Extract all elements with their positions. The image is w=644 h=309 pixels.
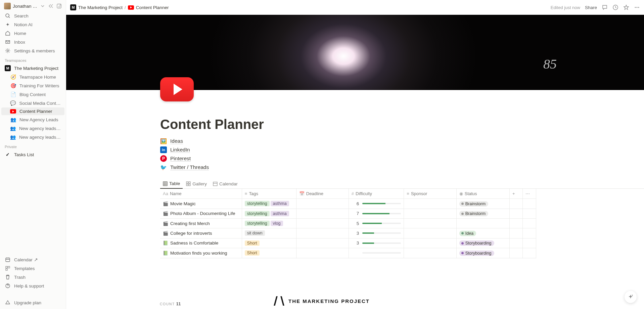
status-badge[interactable]: Storyboarding — [459, 240, 494, 246]
difficulty-bar — [362, 242, 401, 244]
table-row[interactable]: 🎬Movie Magicstorytellingasthma6Brainstor… — [160, 199, 536, 209]
tag[interactable]: sit down — [245, 230, 265, 236]
difficulty-value: 5 — [355, 221, 359, 226]
workspace-switcher[interactable]: Jonathan N... — [1, 2, 64, 11]
page-emoji-icon: 🧭 — [10, 74, 16, 80]
table-row[interactable]: 📗Motivation finds you workingShortStoryb… — [160, 248, 536, 258]
add-column-button[interactable]: + — [510, 189, 523, 199]
new-page-icon[interactable] — [56, 3, 62, 9]
sidebar-page-3[interactable]: 💬Social Media Content — [1, 99, 64, 107]
page-icon-youtube[interactable] — [160, 77, 194, 101]
tag[interactable]: asthma — [271, 211, 289, 216]
breadcrumb-current[interactable]: Content Planner — [136, 5, 169, 10]
status-badge[interactable]: Brainstorm — [459, 201, 488, 207]
row-icon: 🎬 — [163, 221, 168, 226]
sidebar-settings[interactable]: Settings & members — [1, 46, 64, 55]
col-difficulty[interactable]: #Difficulty — [349, 189, 404, 199]
row-icon: 📗 — [163, 251, 168, 256]
sidebar-page-6[interactable]: 👥New agency leads [blog... — [1, 124, 64, 133]
sidebar-page-7[interactable]: 👥New agency leads [conte... — [1, 133, 64, 141]
page-emoji-icon: 📄 — [10, 91, 16, 97]
page-link-ideas[interactable]: 🖼️Ideas — [160, 137, 644, 145]
tag[interactable]: storytelling — [245, 201, 270, 206]
col-deadline[interactable]: 📅Deadline — [296, 189, 349, 199]
breadcrumb-parent[interactable]: The Marketing Project — [78, 5, 123, 10]
row-name: Photo Album - Documenting Life — [170, 211, 235, 216]
difficulty-value: 3 — [355, 231, 359, 236]
upgrade-icon — [5, 300, 11, 306]
col-sponsor[interactable]: ≡Sponsor — [404, 189, 456, 199]
difficulty-bar — [362, 213, 401, 214]
row-icon: 🎬 — [163, 231, 168, 236]
workspace-icon: M — [5, 65, 11, 71]
sidebar-page-5[interactable]: 👥New Agency Leads — [1, 115, 64, 124]
more-icon[interactable] — [634, 4, 640, 10]
share-button[interactable]: Share — [585, 5, 597, 10]
svg-rect-16 — [189, 184, 190, 186]
brand-logo-icon — [274, 296, 284, 306]
column-more-button[interactable]: ⋯ — [523, 189, 536, 199]
svg-rect-6 — [6, 269, 7, 270]
sidebar-page-0[interactable]: 🧭Teamspace Home — [1, 73, 64, 81]
updates-icon[interactable] — [612, 4, 618, 10]
table-row[interactable]: 🎬College for introvertssit down3Idea — [160, 228, 536, 238]
tab-gallery[interactable]: Gallery — [183, 179, 210, 188]
col-status[interactable]: ◉Status — [456, 189, 509, 199]
count-label: COUNT11 — [160, 302, 181, 306]
tab-calendar[interactable]: Calendar — [210, 179, 240, 188]
tag[interactable]: vlog — [271, 221, 283, 226]
svg-point-1 — [6, 14, 9, 17]
trash-icon — [5, 274, 11, 280]
sidebar-inbox[interactable]: Inbox — [1, 38, 64, 46]
sidebar-calendar[interactable]: Calendar ↗ — [1, 255, 64, 264]
sidebar-home[interactable]: Home — [1, 29, 64, 38]
sidebar-help[interactable]: Help & support — [1, 281, 64, 290]
status-badge[interactable]: Idea — [459, 231, 476, 236]
status-badge[interactable]: Storyboarding — [459, 251, 494, 256]
edited-label: Edited just now — [551, 5, 580, 10]
tag[interactable]: storytelling — [245, 211, 270, 216]
row-name: Motivation finds you working — [170, 251, 227, 256]
page-link-linkedin[interactable]: inLinkedIn — [160, 145, 644, 154]
tab-table[interactable]: Table — [160, 179, 183, 189]
ai-assistant-button[interactable] — [625, 291, 637, 303]
difficulty-bar — [362, 203, 401, 204]
favorite-icon[interactable] — [623, 4, 629, 10]
tag[interactable]: Short — [245, 250, 260, 256]
row-icon: 🎬 — [163, 201, 168, 206]
workspace-root[interactable]: M The Marketing Project — [1, 64, 64, 73]
sidebar-page-4[interactable]: Content Planner — [1, 107, 64, 115]
sidebar-upgrade[interactable]: Upgrade plan — [1, 298, 64, 307]
templates-icon — [5, 265, 11, 271]
page-emoji-icon: 🎯 — [10, 83, 16, 89]
tag[interactable]: storytelling — [245, 221, 270, 226]
tag[interactable]: Short — [245, 240, 260, 246]
sidebar-page-2[interactable]: 📄Blog Content — [1, 90, 64, 99]
table-row[interactable]: 🎬Photo Album - Documenting Lifestorytell… — [160, 209, 536, 219]
comments-icon[interactable] — [602, 4, 608, 10]
sidebar: Jonathan N... Search ✦ Notion AI Home In… — [0, 0, 66, 309]
table-row[interactable]: 📗Sadness is ComfortableShort3Storyboardi… — [160, 238, 536, 248]
sidebar-tasks-list[interactable]: ✓ Tasks List — [1, 150, 64, 159]
page-title[interactable]: Content Planner — [160, 117, 644, 132]
col-name[interactable]: AaName — [160, 189, 242, 199]
cover-image[interactable] — [66, 15, 644, 90]
chevron-down-icon[interactable] — [41, 4, 44, 8]
sidebar-search[interactable]: Search — [1, 11, 64, 20]
table-row[interactable]: 🎬Creating first Merchstorytellingvlog5 — [160, 219, 536, 228]
sidebar-page-1[interactable]: 🎯Training For Writers — [1, 81, 64, 90]
sidebar-templates[interactable]: Templates — [1, 264, 64, 273]
sidebar-notion-ai[interactable]: ✦ Notion AI — [1, 20, 64, 29]
svg-rect-14 — [189, 182, 190, 183]
tag[interactable]: asthma — [271, 201, 289, 206]
svg-rect-15 — [186, 184, 188, 186]
sidebar-trash[interactable]: Trash — [1, 273, 64, 281]
collapse-sidebar-icon[interactable] — [48, 4, 53, 8]
svg-point-2 — [7, 50, 9, 52]
page-link-pinterest[interactable]: PPinterest — [160, 154, 644, 163]
teamspaces-label: Teamspaces — [1, 55, 64, 64]
col-tags[interactable]: ≡Tags — [242, 189, 296, 199]
twitter-icon: 🐦 — [160, 164, 167, 171]
status-badge[interactable]: Brainstorm — [459, 211, 488, 216]
page-link-twitter-threads[interactable]: 🐦Twitter / Threads — [160, 163, 644, 172]
